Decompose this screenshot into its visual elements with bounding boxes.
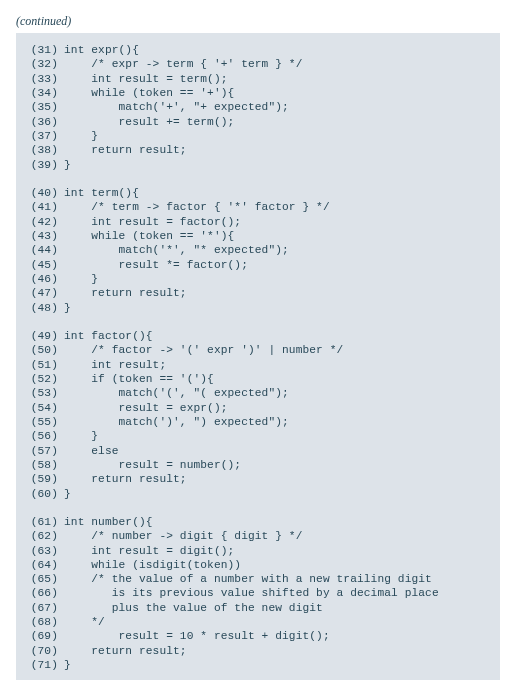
code-line: (35) match('+', "+ expected"); (18, 100, 488, 114)
code-text: match('(', "( expected"); (64, 386, 289, 400)
code-text: } (64, 658, 71, 672)
code-line: (69) result = 10 * result + digit(); (18, 629, 488, 643)
code-line: (61)int number(){ (18, 515, 488, 529)
line-number: (42) (18, 215, 64, 229)
continued-label: (continued) (16, 14, 500, 29)
line-number: (61) (18, 515, 64, 529)
code-text: result = expr(); (64, 401, 228, 415)
line-number: (47) (18, 286, 64, 300)
code-text: } (64, 487, 71, 501)
code-text: return result; (64, 143, 187, 157)
line-number: (54) (18, 401, 64, 415)
code-line: (63) int result = digit(); (18, 544, 488, 558)
code-line: (43) while (token == '*'){ (18, 229, 488, 243)
blank-line (18, 172, 488, 186)
page-container: (continued) (31)int expr(){(32) /* expr … (0, 0, 516, 680)
code-text: return result; (64, 286, 187, 300)
line-number: (41) (18, 200, 64, 214)
code-text: while (token == '*'){ (64, 229, 234, 243)
code-line: (62) /* number -> digit { digit } */ (18, 529, 488, 543)
code-line: (34) while (token == '+'){ (18, 86, 488, 100)
code-text: int term(){ (64, 186, 139, 200)
line-number: (53) (18, 386, 64, 400)
code-line: (68) */ (18, 615, 488, 629)
code-text: } (64, 158, 71, 172)
code-line: (66) is its previous value shifted by a … (18, 586, 488, 600)
line-number: (32) (18, 57, 64, 71)
code-text: is its previous value shifted by a decim… (64, 586, 439, 600)
line-number: (52) (18, 372, 64, 386)
code-line: (54) result = expr(); (18, 401, 488, 415)
line-number: (68) (18, 615, 64, 629)
code-line: (57) else (18, 444, 488, 458)
code-text: while (isdigit(token)) (64, 558, 241, 572)
line-number: (70) (18, 644, 64, 658)
code-text: int factor(){ (64, 329, 153, 343)
line-number: (44) (18, 243, 64, 257)
line-number: (43) (18, 229, 64, 243)
code-line: (32) /* expr -> term { '+' term } */ (18, 57, 488, 71)
code-text: match(')', ") expected"); (64, 415, 289, 429)
code-line: (44) match('*', "* expected"); (18, 243, 488, 257)
code-text: } (64, 272, 98, 286)
line-number: (60) (18, 487, 64, 501)
code-text: while (token == '+'){ (64, 86, 234, 100)
code-text: match('*', "* expected"); (64, 243, 289, 257)
code-line: (52) if (token == '('){ (18, 372, 488, 386)
code-text: /* expr -> term { '+' term } */ (64, 57, 302, 71)
line-number: (37) (18, 129, 64, 143)
code-text: /* factor -> '(' expr ')' | number */ (64, 343, 343, 357)
line-number: (65) (18, 572, 64, 586)
line-number: (38) (18, 143, 64, 157)
line-number: (34) (18, 86, 64, 100)
line-number: (67) (18, 601, 64, 615)
line-number: (36) (18, 115, 64, 129)
line-number: (57) (18, 444, 64, 458)
line-number: (63) (18, 544, 64, 558)
code-line: (39)} (18, 158, 488, 172)
line-number: (55) (18, 415, 64, 429)
line-number: (56) (18, 429, 64, 443)
code-text: int number(){ (64, 515, 153, 529)
line-number: (48) (18, 301, 64, 315)
line-number: (31) (18, 43, 64, 57)
code-text: else (64, 444, 119, 458)
line-number: (58) (18, 458, 64, 472)
line-number: (69) (18, 629, 64, 643)
code-text: /* number -> digit { digit } */ (64, 529, 302, 543)
line-number: (39) (18, 158, 64, 172)
code-text: plus the value of the new digit (64, 601, 323, 615)
code-line: (42) int result = factor(); (18, 215, 488, 229)
code-text: int result = term(); (64, 72, 228, 86)
code-text: */ (64, 615, 105, 629)
code-line: (60)} (18, 487, 488, 501)
line-number: (59) (18, 472, 64, 486)
line-number: (50) (18, 343, 64, 357)
code-text: if (token == '('){ (64, 372, 214, 386)
code-line: (67) plus the value of the new digit (18, 601, 488, 615)
code-line: (37) } (18, 129, 488, 143)
line-number: (71) (18, 658, 64, 672)
code-line: (41) /* term -> factor { '*' factor } */ (18, 200, 488, 214)
code-listing: (31)int expr(){(32) /* expr -> term { '+… (16, 33, 500, 680)
code-line: (40)int term(){ (18, 186, 488, 200)
code-line: (38) return result; (18, 143, 488, 157)
code-text: int result = factor(); (64, 215, 241, 229)
code-line: (47) return result; (18, 286, 488, 300)
code-text: int result; (64, 358, 166, 372)
line-number: (49) (18, 329, 64, 343)
code-line: (70) return result; (18, 644, 488, 658)
line-number: (66) (18, 586, 64, 600)
code-text: int expr(){ (64, 43, 139, 57)
code-line: (31)int expr(){ (18, 43, 488, 57)
code-line: (71)} (18, 658, 488, 672)
code-text: } (64, 301, 71, 315)
code-line: (56) } (18, 429, 488, 443)
code-line: (33) int result = term(); (18, 72, 488, 86)
code-text: /* term -> factor { '*' factor } */ (64, 200, 330, 214)
code-text: result = number(); (64, 458, 241, 472)
code-text: int result = digit(); (64, 544, 234, 558)
code-text: result = 10 * result + digit(); (64, 629, 330, 643)
code-text: result *= factor(); (64, 258, 248, 272)
line-number: (46) (18, 272, 64, 286)
